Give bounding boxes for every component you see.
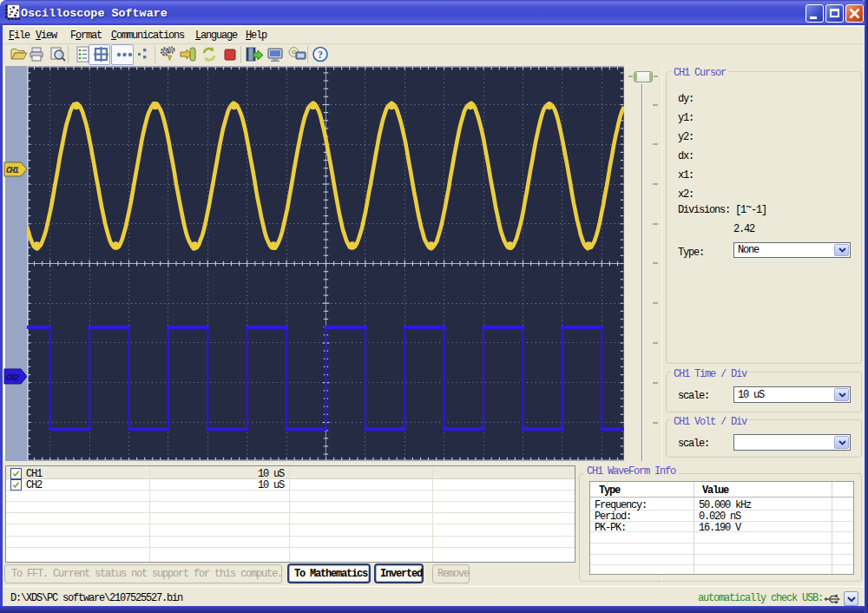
svg-text:CH2: CH2 [6,373,19,383]
svg-text:?: ? [318,49,323,61]
svg-text:CH1: CH1 [6,166,19,175]
